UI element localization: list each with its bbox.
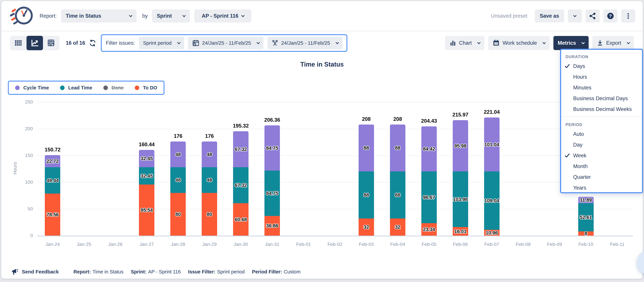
bar-total-label: 176 [191,133,228,139]
bar-segment-value: 60.68 [222,217,259,222]
summary-item-report: Report:Time in Status [74,269,123,274]
app-logo [9,3,34,29]
x-tick-label: Feb-04 [382,242,413,247]
sprint-period-range: 24/Jan/25 - 11/Feb/25 [202,40,251,46]
x-tick-label: Feb-11 [602,242,633,247]
work-schedule-button[interactable]: Work schedule [488,36,550,50]
pivot-view-button[interactable] [43,36,60,50]
sprint-select[interactable]: AP - Sprint 116 [194,10,251,23]
menu-item-week[interactable]: Week [561,150,642,161]
header: Report: Time in Status by Sprint AP - Sp… [1,1,643,31]
menu-item-label: Quarter [573,174,591,180]
menu-item-business-decimal-weeks[interactable]: Business Decimal Weeks [561,104,642,115]
menu-item-label: Month [573,163,588,169]
scissors-icon [272,40,278,47]
x-tick-label: Jan-29 [194,242,225,247]
x-tick-label: Feb-01 [288,242,319,247]
legend-label: Lead Time [68,85,92,91]
trim-period-select[interactable]: 24/Jan/25 - 11/Feb/25 [268,37,342,49]
refresh-button[interactable] [89,39,96,47]
x-tick-label: Feb-08 [508,242,539,247]
export-label: Export [606,40,621,46]
send-feedback-button[interactable]: Send Feedback [11,268,59,276]
help-button[interactable]: ? [604,10,618,23]
chevron-down-icon [241,14,245,17]
download-icon [597,40,604,46]
legend-item-lead-time[interactable]: Lead Time [60,85,92,91]
group-by-select[interactable]: Sprint [152,10,190,23]
metrics-dropdown-menu: DURATIONDaysHoursMinutesBusiness Decimal… [560,49,643,193]
x-tick-label: Feb-03 [351,242,382,247]
menu-item-month[interactable]: Month [561,161,642,172]
summary-item-value: Sprint period [217,269,245,274]
menu-item-business-decimal-days[interactable]: Business Decimal Days [561,93,642,104]
bar-segment-value: 8 [568,231,604,236]
trim-period-range: 24/Jan/25 - 11/Feb/25 [281,40,330,46]
line-chart-icon [30,39,39,47]
report-summary: Report:Time in StatusSprint:AP - Sprint … [74,269,300,274]
more-options-button[interactable] [621,10,635,23]
legend-item-done[interactable]: Done [103,85,124,91]
summary-item-value: Time in Status [92,269,123,274]
menu-item-day[interactable]: Day [561,139,642,150]
bar-total-label: 204.43 [410,118,448,124]
metrics-button[interactable]: Metrics [554,36,589,50]
menu-item-auto[interactable]: Auto [561,129,642,139]
summary-item-key: Report: [74,269,91,274]
work-schedule-label: Work schedule [502,40,537,46]
menu-item-label: Business Decimal Weeks [573,106,632,112]
menu-item-days[interactable]: Days [561,61,642,72]
menu-item-hours[interactable]: Hours [561,72,642,82]
menu-item-minutes[interactable]: Minutes [561,82,642,93]
gridline [37,129,633,129]
menu-item-quarter[interactable]: Quarter [561,172,642,183]
menu-item-label: Days [573,63,585,69]
menu-item-label: Auto [573,131,584,137]
menu-item-years[interactable]: Years [561,183,642,193]
legend-item-to-do[interactable]: To DO [135,85,157,91]
calendar-clock-icon [192,39,200,47]
summary-item-issue-filter: Issue Filter:Sprint period [188,269,245,274]
menu-item-label: Hours [573,74,587,80]
summary-item-value: Custom [284,269,300,274]
save-as-label: Save as [540,13,559,19]
svg-text:?: ? [609,14,612,19]
bar-segment-value: 109.04 [473,198,510,203]
sprint-period-select[interactable]: 24/Jan/25 - 11/Feb/25 [188,37,264,49]
chart-type-label: Chart [459,40,472,46]
refresh-icon [89,39,96,47]
menu-item-label: Minutes [573,85,592,91]
bar-total-label: 206.36 [254,117,290,123]
gridline [37,236,633,236]
report-select-value: Time in Status [66,13,101,19]
summary-item-key: Sprint: [131,269,146,274]
export-button[interactable]: Export [592,36,634,50]
menu-section-header-duration: DURATION [561,51,642,61]
menu-section-header-period: PERIOD [561,119,642,129]
help-icon: ? [606,12,614,20]
x-tick-label: Feb-10 [570,242,602,247]
pivot-table-icon [47,39,55,47]
save-options-button[interactable] [568,10,582,23]
share-button[interactable] [586,10,600,23]
report-select[interactable]: Time in Status [61,10,136,23]
grid-view-button[interactable] [10,36,26,50]
x-tick-label: Jan-26 [100,242,131,247]
checkmark-icon [565,63,570,68]
chart-type-button[interactable]: Chart [445,36,484,50]
bar-segment-value: 11.89 [568,197,604,203]
legend-label: To DO [143,85,157,91]
by-label: by [142,13,148,19]
legend-item-cycle-time[interactable]: Cycle Time [15,85,49,91]
bar-segment-value: 80 [191,211,228,217]
bar-segment-value: 48 [191,152,228,157]
toolbar: 16 of 16 Filter issues: Sprint period 24… [10,34,634,52]
bar-segment-value: 49.44 [34,178,71,183]
x-tick-label: Feb-09 [539,242,570,247]
save-as-button[interactable]: Save as [535,10,564,23]
y-tick-label: 250 [8,99,33,105]
chevron-down-icon [177,41,180,44]
chart-view-button[interactable] [26,36,43,50]
issue-filter-select[interactable]: Sprint period [139,37,184,49]
chevron-down-icon [542,41,546,44]
